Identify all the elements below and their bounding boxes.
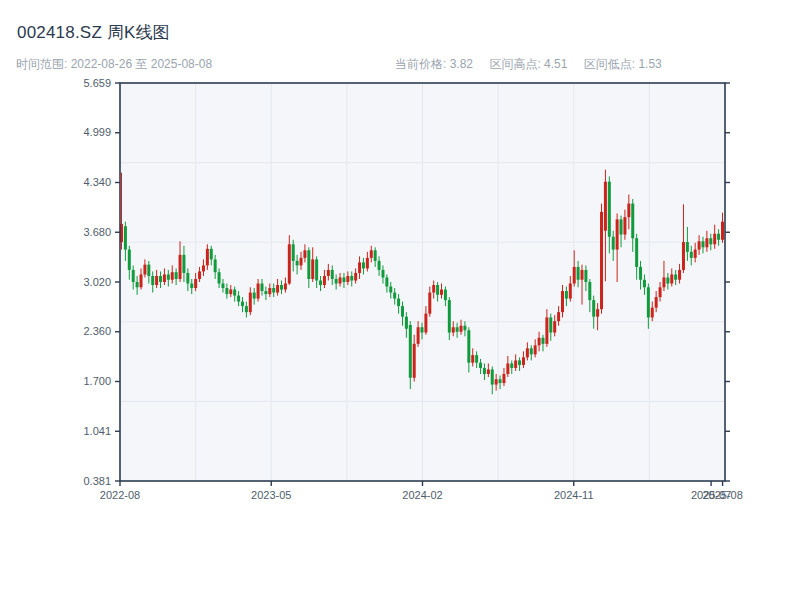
candle-body <box>128 250 131 270</box>
x-tick-label: 2025-08 <box>702 489 742 501</box>
candle-body <box>202 265 205 271</box>
candle-body <box>526 348 529 357</box>
candle-body <box>545 317 548 343</box>
candle-body <box>331 270 334 279</box>
candle-body <box>639 267 642 280</box>
candle-body <box>514 360 517 368</box>
candle-body <box>140 274 143 287</box>
y-tick-label: 3.020 <box>83 276 111 288</box>
candle-body <box>467 330 470 362</box>
candle-body <box>491 369 494 384</box>
candle-body <box>690 252 693 258</box>
candle-body <box>651 308 654 318</box>
candle-body <box>717 234 720 240</box>
kline-chart: 5.6594.9994.3403.6803.0202.3601.7001.041… <box>0 0 800 600</box>
candle-body <box>296 261 299 266</box>
candle-body <box>620 219 623 234</box>
candle-body <box>237 296 240 302</box>
candle-body <box>346 276 349 282</box>
candle-body <box>339 277 342 283</box>
stat-range-low: 区间低点: 1.53 <box>584 57 662 71</box>
candle-body <box>647 287 650 317</box>
candle-body <box>428 293 431 314</box>
candle-body <box>214 259 217 272</box>
candle-body <box>362 262 365 268</box>
candle-body <box>604 182 607 231</box>
y-tick-label: 3.680 <box>83 226 111 238</box>
y-tick-label: 4.999 <box>83 126 111 138</box>
y-tick-label: 2.360 <box>83 325 111 337</box>
candle-body <box>502 374 505 383</box>
y-tick-label: 1.041 <box>83 425 111 437</box>
date-range-subtitle: 时间范围: 2022-08-26 至 2025-08-08 <box>16 56 212 73</box>
candle-body <box>421 327 424 332</box>
candle-body <box>530 348 533 354</box>
candle-body <box>541 338 544 344</box>
candle-body <box>249 293 252 313</box>
candle-body <box>229 290 232 295</box>
candle-body <box>557 312 560 321</box>
candle-body <box>303 250 306 258</box>
candle-body <box>155 276 158 285</box>
candle-body <box>573 267 576 284</box>
candle-body <box>635 238 638 267</box>
candle-body <box>405 317 408 329</box>
candle-body <box>358 262 361 273</box>
candle-body <box>608 182 611 237</box>
candle-body <box>284 284 287 290</box>
candle-body <box>584 270 587 282</box>
candle-body <box>506 363 509 374</box>
candle-body <box>655 297 658 308</box>
candle-body <box>409 325 412 378</box>
candle-body <box>471 355 474 363</box>
x-tick-label: 2023-05 <box>251 489 291 501</box>
candle-body <box>241 302 244 307</box>
candle-body <box>206 249 209 266</box>
candle-body <box>280 285 283 290</box>
candle-body <box>335 279 338 284</box>
candle-body <box>522 357 525 365</box>
candle-body <box>143 265 146 275</box>
candle-body <box>260 284 263 292</box>
candle-body <box>577 267 580 280</box>
candle-body <box>581 270 584 280</box>
candle-body <box>694 250 697 258</box>
candle-body <box>245 306 248 312</box>
candle-body <box>366 258 369 269</box>
y-tick-label: 0.381 <box>83 475 111 487</box>
candle-body <box>194 279 197 288</box>
candle-body <box>354 273 357 281</box>
candle-body <box>175 272 178 279</box>
candle-body <box>643 280 646 288</box>
candle-body <box>510 363 513 368</box>
candle-body <box>561 291 564 312</box>
y-tick-label: 4.340 <box>83 176 111 188</box>
candle-body <box>721 222 724 240</box>
candle-body <box>221 284 224 289</box>
candle-body <box>370 250 373 258</box>
candle-body <box>272 288 275 293</box>
candle-body <box>378 261 381 270</box>
candle-body <box>436 285 439 295</box>
candle-body <box>483 368 486 374</box>
candle-body <box>350 276 353 281</box>
candle-body <box>288 244 291 283</box>
candle-body <box>257 284 260 299</box>
candle-body <box>218 272 221 283</box>
candle-body <box>709 238 712 244</box>
candle-body <box>315 259 318 280</box>
candle-body <box>495 379 498 384</box>
candle-body <box>389 287 392 293</box>
candle-body <box>659 287 662 297</box>
candle-body <box>713 234 716 245</box>
candle-body <box>440 290 443 295</box>
x-tick-label: 2024-02 <box>402 489 442 501</box>
candle-body <box>292 244 295 261</box>
x-tick-label: 2022-08 <box>100 489 140 501</box>
candle-body <box>616 219 619 249</box>
candle-body <box>612 237 615 250</box>
candle-body <box>518 360 521 365</box>
candle-body <box>623 217 626 234</box>
candle-body <box>417 327 420 344</box>
candle-body <box>475 355 478 363</box>
